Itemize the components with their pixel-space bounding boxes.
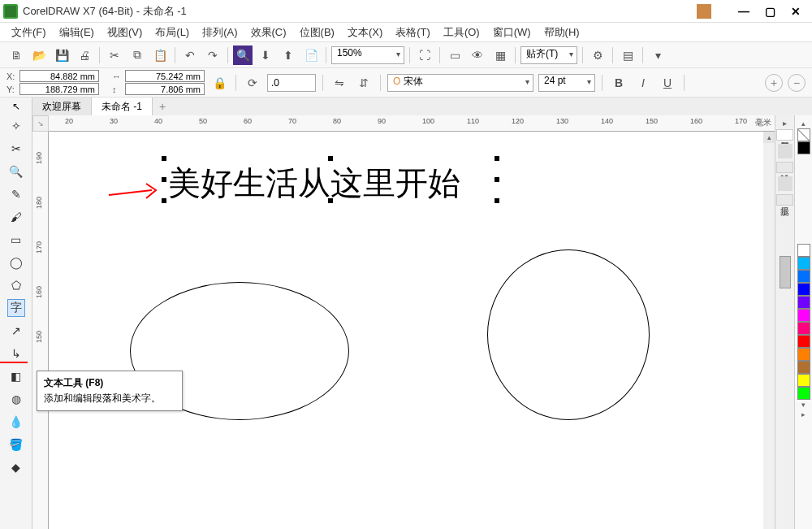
ellipse-tool-icon[interactable]: ◯: [7, 254, 25, 271]
artistic-media-icon[interactable]: 🖌: [7, 208, 25, 226]
ruler-corner[interactable]: ↘: [32, 115, 49, 132]
vertical-ruler[interactable]: 190 180 170 160 150: [32, 132, 49, 529]
fullscreen-icon[interactable]: ⛶: [415, 46, 434, 65]
ellipse-shape[interactable]: [487, 249, 650, 420]
text-tool-icon[interactable]: 字: [7, 299, 25, 317]
docker-scrollbar[interactable]: [780, 256, 791, 288]
parallel-dim-icon[interactable]: ↗: [7, 322, 25, 340]
horizontal-ruler[interactable]: 20 30 40 50 60 70 80 90 100 110 120 130 …: [49, 115, 775, 132]
swatch[interactable]: [797, 322, 810, 335]
scroll-up-icon[interactable]: ▴: [763, 132, 775, 143]
docker-icon[interactable]: [778, 144, 793, 158]
swatch[interactable]: [797, 335, 810, 348]
eyedropper-tool-icon[interactable]: 💧: [7, 413, 25, 431]
swatch[interactable]: [797, 387, 810, 400]
rotation-input[interactable]: [267, 74, 316, 92]
app-manager-icon[interactable]: ▾: [648, 46, 667, 65]
menu-edit[interactable]: 编辑(E): [54, 24, 99, 41]
docker-object-properties[interactable]: 对象属性: [776, 129, 793, 141]
docker-menu-icon[interactable]: ▸: [783, 119, 787, 128]
close-button[interactable]: ✕: [783, 2, 809, 20]
export-icon[interactable]: ⬆: [279, 46, 298, 65]
user-icon[interactable]: [697, 4, 711, 19]
docker-hints[interactable]: 提示: [776, 194, 793, 206]
rectangle-tool-icon[interactable]: ▭: [7, 231, 25, 249]
swatch[interactable]: [797, 141, 810, 154]
vertical-scrollbar[interactable]: ▴: [763, 132, 775, 529]
swatch[interactable]: [797, 361, 810, 374]
paste-icon[interactable]: 📋: [150, 46, 170, 65]
canvas[interactable]: 美好生活从这里开始 ▴: [49, 132, 775, 529]
docker-icon[interactable]: [778, 176, 793, 191]
swatch[interactable]: [797, 270, 810, 283]
maximize-button[interactable]: ▢: [757, 2, 783, 20]
menu-bitmaps[interactable]: 位图(B): [295, 24, 339, 41]
palette-down-icon[interactable]: ▾: [797, 400, 810, 410]
polygon-tool-icon[interactable]: ⬠: [7, 276, 25, 294]
selection-handle[interactable]: [162, 156, 166, 161]
new-icon[interactable]: 🗎: [6, 46, 26, 65]
menu-arrange[interactable]: 排列(A): [197, 24, 242, 41]
menu-help[interactable]: 帮助(H): [539, 24, 585, 41]
zoom-tool-icon[interactable]: 🔍: [7, 163, 25, 180]
palette-up-icon[interactable]: ▴: [797, 119, 810, 128]
search-icon[interactable]: 🔍: [233, 46, 253, 65]
artistic-text[interactable]: 美好生活从这里开始: [168, 161, 460, 206]
swatch[interactable]: [797, 309, 810, 322]
mirror-h-icon[interactable]: ⇋: [330, 73, 349, 93]
connector-tool-icon[interactable]: ↳: [7, 345, 25, 362]
cut-icon[interactable]: ✂: [105, 46, 124, 65]
add-button[interactable]: +: [765, 74, 783, 92]
swatch[interactable]: [797, 257, 810, 270]
copy-icon[interactable]: ⧉: [127, 46, 147, 65]
underline-icon[interactable]: U: [658, 73, 677, 93]
width-input[interactable]: [125, 70, 205, 82]
swatch[interactable]: [797, 283, 810, 296]
smart-fill-icon[interactable]: ◆: [7, 458, 25, 476]
menu-view[interactable]: 视图(V): [102, 24, 147, 41]
menu-text[interactable]: 文本(X): [343, 24, 387, 41]
transparency-tool-icon[interactable]: ◍: [7, 390, 25, 408]
drop-shadow-icon[interactable]: ◧: [7, 367, 25, 385]
options-icon[interactable]: ⚙: [588, 46, 607, 65]
y-input[interactable]: [19, 83, 99, 95]
menu-table[interactable]: 表格(T): [391, 24, 435, 41]
swatch[interactable]: [797, 348, 810, 361]
add-tab-button[interactable]: +: [153, 98, 172, 115]
swatch[interactable]: [797, 374, 810, 387]
zoom-select[interactable]: 150%: [331, 46, 404, 64]
undo-icon[interactable]: ↶: [180, 46, 200, 65]
publish-icon[interactable]: 📄: [301, 46, 321, 65]
mirror-v-icon[interactable]: ⇵: [354, 73, 374, 93]
lock-ratio-icon[interactable]: 🔒: [209, 73, 229, 93]
preview-icon[interactable]: 👁: [468, 46, 487, 65]
swatch-none[interactable]: [797, 128, 810, 141]
import-icon[interactable]: ⬇: [256, 46, 275, 65]
menu-layout[interactable]: 布局(L): [150, 24, 194, 41]
italic-icon[interactable]: I: [633, 73, 653, 93]
minimize-button[interactable]: —: [731, 2, 757, 20]
menu-effects[interactable]: 效果(C): [246, 24, 292, 41]
align-icon[interactable]: ▦: [490, 46, 510, 65]
swatch[interactable]: [797, 296, 810, 309]
menu-tools[interactable]: 工具(O): [438, 24, 485, 41]
snap-select[interactable]: 贴齐(T): [520, 46, 577, 64]
menu-window[interactable]: 窗口(W): [488, 24, 536, 41]
snap-guides-icon[interactable]: ▭: [445, 46, 464, 65]
selection-handle[interactable]: [495, 156, 499, 161]
launch-icon[interactable]: ▤: [618, 46, 637, 65]
x-input[interactable]: [19, 70, 99, 82]
fontsize-select[interactable]: 24 pt: [538, 74, 595, 92]
freehand-tool-icon[interactable]: ✎: [7, 185, 25, 203]
selection-handle[interactable]: [495, 198, 499, 203]
interactive-fill-icon[interactable]: 🪣: [7, 436, 25, 453]
redo-icon[interactable]: ↷: [203, 46, 222, 65]
height-input[interactable]: [125, 83, 205, 95]
bold-icon[interactable]: B: [609, 73, 628, 93]
menu-file[interactable]: 文件(F): [6, 24, 51, 41]
open-icon[interactable]: 📂: [29, 46, 49, 65]
swatch[interactable]: [797, 244, 810, 257]
shape-tool-icon[interactable]: ✧: [7, 117, 25, 135]
crop-tool-icon[interactable]: ✂: [7, 140, 25, 158]
remove-button[interactable]: −: [788, 74, 806, 92]
